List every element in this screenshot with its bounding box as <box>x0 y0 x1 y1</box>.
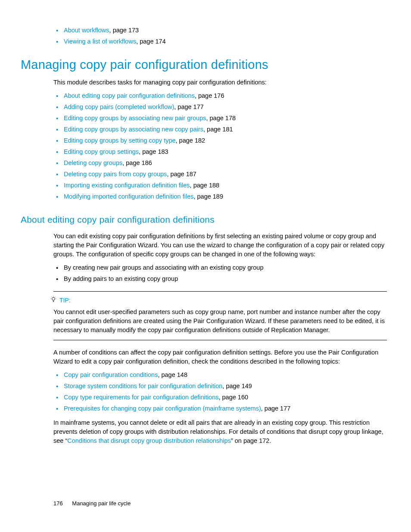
page-ref: , page 177 <box>174 103 204 110</box>
list-item: About workflows, page 173 <box>53 26 387 35</box>
list-item: Copy pair configuration conditions, page… <box>53 370 387 380</box>
link-storage-conditions[interactable]: Storage system conditions for pair confi… <box>64 383 222 389</box>
ways-list: By creating new pair groups and associat… <box>53 263 387 283</box>
page-ref: , page 183 <box>139 148 168 155</box>
footer-section: Managing pair life cycle <box>72 500 131 507</box>
conditions-paragraph: A number of conditions can affect the co… <box>53 348 387 366</box>
list-item: Modifying imported configuration definit… <box>53 192 387 201</box>
page-ref: , page 149 <box>222 383 252 389</box>
link-config-conditions[interactable]: Copy pair configuration conditions <box>64 371 158 378</box>
text: ” on page 172. <box>231 437 271 444</box>
link-adding-copy-pairs[interactable]: Adding copy pairs (completed workflow) <box>64 103 174 110</box>
list-item: By adding pairs to an existing copy grou… <box>53 274 387 283</box>
page-ref: , page 178 <box>206 115 236 121</box>
page-ref: , page 160 <box>218 394 248 401</box>
link-prerequisites-mainframe[interactable]: Prerequisites for changing copy pair con… <box>64 405 261 412</box>
link-editing-new-pair-groups[interactable]: Editing copy groups by associating new p… <box>64 115 206 121</box>
page-ref: , page 186 <box>122 159 152 166</box>
link-modifying-files[interactable]: Modifying imported configuration definit… <box>64 193 193 200</box>
main-link-list: About editing copy pair configuration de… <box>53 91 387 201</box>
link-deleting-groups[interactable]: Deleting copy groups <box>64 159 122 166</box>
tip-heading: TIP: <box>50 296 387 305</box>
list-item: Deleting copy groups, page 186 <box>53 159 387 168</box>
link-importing-files[interactable]: Importing existing configuration definit… <box>64 182 190 189</box>
list-item: Editing copy groups by associating new p… <box>53 114 387 123</box>
link-viewing-workflows[interactable]: Viewing a list of workflows <box>64 38 136 45</box>
list-item: Editing copy groups by setting copy type… <box>53 136 387 145</box>
list-item: Storage system conditions for pair confi… <box>53 382 387 391</box>
page-ref: , page 176 <box>195 92 224 99</box>
link-editing-copy-type[interactable]: Editing copy groups by setting copy type <box>64 137 176 144</box>
list-item: Deleting copy pairs from copy groups, pa… <box>53 170 387 179</box>
svg-point-0 <box>52 297 55 300</box>
page-ref: , page 187 <box>167 171 196 177</box>
heading-1: Managing copy pair configuration definit… <box>21 56 387 74</box>
list-item: Editing copy group settings, page 183 <box>53 147 387 156</box>
top-link-list: About workflows, page 173 Viewing a list… <box>53 26 387 46</box>
link-deleting-pairs[interactable]: Deleting copy pairs from copy groups <box>64 171 167 177</box>
link-about-workflows[interactable]: About workflows <box>64 27 109 34</box>
tip-label: TIP: <box>59 296 71 305</box>
list-item: Importing existing configuration definit… <box>53 181 387 190</box>
intro-paragraph: This module describes tasks for managing… <box>53 78 387 87</box>
page-footer: 176 Managing pair life cycle <box>53 500 131 508</box>
page-ref: , page 173 <box>109 27 139 34</box>
list-item: Copy type requirements for pair configur… <box>53 393 387 402</box>
page-ref: , page 177 <box>261 405 291 412</box>
tip-block: TIP: You cannot edit user-specified para… <box>53 291 387 340</box>
page-ref: , page 182 <box>176 137 206 144</box>
tip-icon <box>50 296 57 305</box>
page-ref: , page 148 <box>158 371 187 378</box>
list-item: Prerequisites for changing copy pair con… <box>53 404 387 413</box>
page-ref: , page 188 <box>190 182 220 189</box>
list-item: Adding copy pairs (completed workflow), … <box>53 103 387 112</box>
list-item: By creating new pair groups and associat… <box>53 263 387 272</box>
link-editing-group-settings[interactable]: Editing copy group settings <box>64 148 139 155</box>
heading-2: About editing copy pair configuration de… <box>21 213 387 226</box>
page-ref: , page 189 <box>193 193 223 200</box>
link-editing-new-copy-pairs[interactable]: Editing copy groups by associating new c… <box>64 126 203 133</box>
edit-paragraph: You can edit existing copy pair configur… <box>53 232 387 259</box>
list-item: Editing copy groups by associating new c… <box>53 125 387 134</box>
tip-body: You cannot edit user-specified parameter… <box>53 308 387 335</box>
page-ref: , page 174 <box>136 38 166 45</box>
link-conditions-disrupt[interactable]: Conditions that disrupt copy group distr… <box>67 437 231 444</box>
conditions-link-list: Copy pair configuration conditions, page… <box>53 370 387 413</box>
link-about-editing[interactable]: About editing copy pair configuration de… <box>64 92 195 99</box>
svg-line-5 <box>51 297 52 297</box>
page-ref: , page 181 <box>203 126 233 133</box>
mainframe-paragraph: In mainframe systems, you cannot delete … <box>53 418 387 445</box>
link-copy-type-requirements[interactable]: Copy type requirements for pair configur… <box>64 394 218 401</box>
list-item: Viewing a list of workflows, page 174 <box>53 37 387 46</box>
list-item: About editing copy pair configuration de… <box>53 91 387 100</box>
page-number: 176 <box>53 500 63 507</box>
svg-line-6 <box>55 297 56 297</box>
